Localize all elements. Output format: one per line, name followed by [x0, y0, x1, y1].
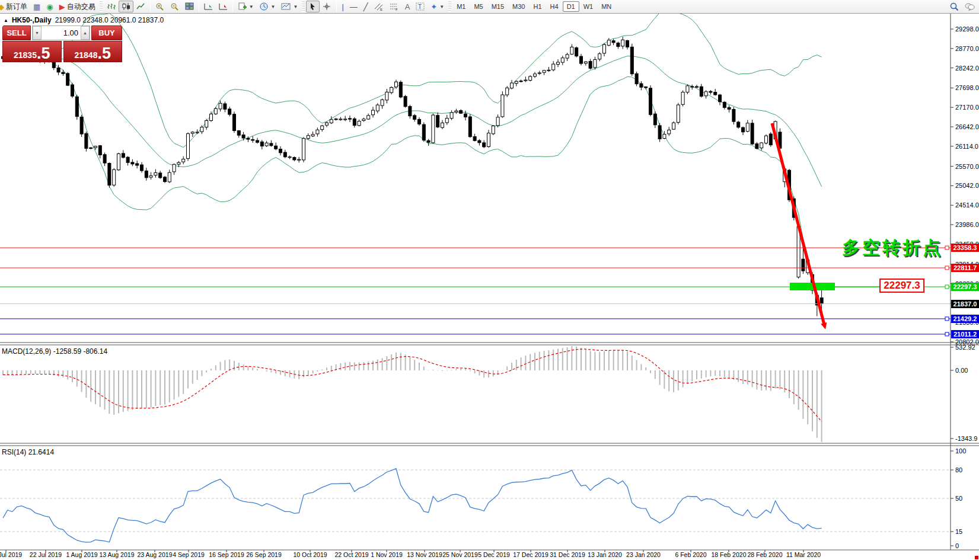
sell-price[interactable]: 21835 .5 — [2, 41, 62, 62]
macd-value-signal: -806.14 — [83, 347, 107, 356]
chart-area[interactable]: 29298.028770.028242.027698.027170.026642… — [0, 0, 979, 560]
timeframe-h1[interactable]: H1 — [530, 1, 546, 12]
volume-decrease-button[interactable]: ▼ — [33, 26, 42, 40]
zoom-out-button[interactable] — [167, 1, 182, 12]
candle — [275, 146, 278, 149]
arrows-button[interactable]: ✦ ▼ — [428, 1, 447, 12]
candle — [103, 155, 106, 163]
timeframe-mn[interactable]: MN — [597, 1, 616, 12]
line-anchor-marker[interactable] — [945, 332, 949, 336]
time-axis-label[interactable]: 13 Aug 2019 — [100, 551, 135, 558]
cursor-button[interactable] — [306, 1, 320, 12]
channel-button[interactable]: E — [371, 1, 387, 12]
bollinger-band-line — [3, 59, 822, 316]
time-axis-label[interactable]: 1 Aug 2019 — [66, 551, 97, 558]
time-axis-label[interactable]: 25 Nov 2019 — [442, 551, 478, 558]
period-clock-icon — [260, 2, 269, 11]
time-axis-label[interactable]: 22 Oct 2019 — [334, 551, 368, 558]
trend-arrow-line[interactable] — [772, 123, 824, 325]
fibonacci-button[interactable]: F — [387, 1, 402, 12]
search-button[interactable] — [947, 1, 962, 12]
tile-windows-button[interactable] — [182, 1, 197, 12]
time-axis-label[interactable]: 10 Jul 2019 — [0, 551, 22, 558]
timeframe-m15[interactable]: M15 — [487, 1, 508, 12]
timeframe-m30[interactable]: M30 — [508, 1, 529, 12]
time-axis-label[interactable]: 6 Feb 2020 — [675, 551, 706, 558]
time-axis-label[interactable]: 11 Mar 2020 — [786, 551, 821, 558]
candle — [723, 102, 726, 107]
trend-arrow-head — [821, 322, 827, 329]
trendline-button[interactable]: ╱ — [361, 1, 371, 12]
candle — [358, 121, 361, 126]
candle — [418, 119, 421, 124]
text-button[interactable]: A — [402, 1, 413, 12]
autotrading-button[interactable]: ▶ 自动交易 — [56, 1, 98, 12]
line-chart-button[interactable] — [133, 1, 148, 12]
zoom-in-button[interactable] — [152, 1, 167, 12]
time-axis-label[interactable]: 23 Aug 2019 — [138, 551, 173, 558]
candlestick-button[interactable] — [119, 1, 133, 12]
candle — [677, 105, 680, 122]
time-axis-label[interactable]: 17 Dec 2019 — [513, 551, 549, 558]
chart-title: ▲ HK50-,Daily 21999.0 22348.0 20961.0 21… — [4, 16, 164, 24]
time-axis-label[interactable]: 22 Jul 2019 — [30, 551, 62, 558]
time-axis-label[interactable]: 4 Sep 2019 — [173, 551, 205, 558]
time-axis-label[interactable]: 13 Nov 2019 — [407, 551, 442, 558]
market-watch-button[interactable]: ▦ — [30, 1, 43, 12]
toolbar-separator — [232, 1, 233, 12]
time-axis-label[interactable]: 10 Oct 2019 — [293, 551, 327, 558]
candle — [820, 298, 823, 304]
new-order-button[interactable]: ◆ 新订单 — [0, 1, 30, 12]
candle — [113, 169, 116, 185]
indicator-del-button[interactable] — [216, 1, 231, 12]
signals-button[interactable]: ◉ — [43, 1, 56, 12]
line-anchor-marker[interactable] — [945, 285, 949, 289]
candle — [719, 95, 722, 102]
timeframe-w1[interactable]: W1 — [579, 1, 598, 12]
line-anchor-marker[interactable] — [945, 266, 949, 270]
candle — [210, 114, 213, 120]
indicator-add-button[interactable] — [201, 1, 216, 12]
candle — [399, 82, 402, 97]
candle — [293, 158, 296, 160]
timeframe-m1[interactable]: M1 — [452, 1, 470, 12]
timeframe-d1[interactable]: D1 — [563, 1, 579, 12]
time-axis-label[interactable]: 16 Sep 2019 — [209, 551, 244, 558]
candle — [344, 119, 347, 120]
time-axis-label[interactable]: 31 Dec 2019 — [550, 551, 585, 558]
sell-price-main: 21835 — [14, 50, 37, 60]
candle — [422, 124, 425, 140]
buy-button[interactable]: BUY — [91, 25, 122, 40]
new-chart-button[interactable]: ▼ — [235, 1, 257, 12]
volume-value[interactable]: 1.00 — [42, 28, 81, 37]
time-axis-label[interactable]: 26 Sep 2019 — [246, 551, 282, 558]
hline-button[interactable]: — — [347, 1, 361, 12]
chat-button[interactable] — [962, 1, 978, 12]
time-axis-label[interactable]: 13 Jan 2020 — [588, 551, 622, 558]
timeframe-h4[interactable]: H4 — [546, 1, 563, 12]
candle — [321, 126, 324, 129]
line-anchor-marker[interactable] — [945, 246, 949, 249]
text-label-button[interactable]: T — [413, 1, 428, 12]
template-button[interactable]: ▼ — [278, 1, 301, 12]
sell-button[interactable]: SELL — [2, 25, 31, 40]
period-button[interactable]: ▼ — [257, 1, 279, 12]
vline-button[interactable]: | — [339, 1, 346, 12]
crosshair-button[interactable] — [320, 1, 334, 12]
buy-price[interactable]: 21848 .5 — [63, 41, 123, 62]
bar-chart-button[interactable] — [104, 1, 119, 12]
template-icon — [281, 2, 291, 11]
time-axis-label[interactable]: 23 Jan 2020 — [626, 551, 661, 558]
candle — [94, 146, 97, 148]
time-axis-label[interactable]: 18 Feb 2020 — [712, 551, 747, 558]
time-axis-label[interactable]: 28 Feb 2020 — [748, 551, 783, 558]
candle — [630, 47, 633, 73]
line-anchor-marker[interactable] — [945, 317, 949, 321]
candle — [390, 88, 393, 93]
timeframe-m5[interactable]: M5 — [470, 1, 487, 12]
time-axis-label[interactable]: 1 Nov 2019 — [371, 551, 403, 558]
collapse-icon[interactable]: ▲ — [4, 18, 8, 23]
time-axis-label[interactable]: 5 Dec 2019 — [478, 551, 510, 558]
volume-increase-button[interactable]: ▲ — [81, 26, 90, 40]
candle — [367, 116, 370, 119]
